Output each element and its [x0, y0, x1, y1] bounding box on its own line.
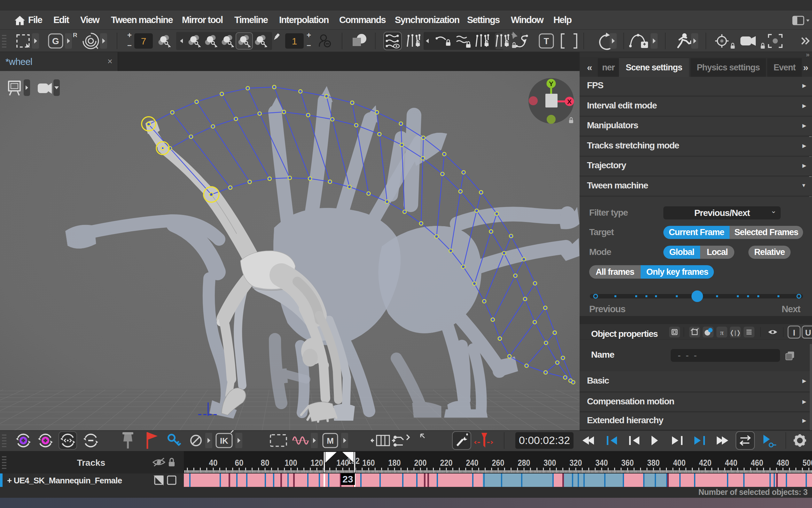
svg-text:❬|❭: ❬|❭: [729, 329, 742, 336]
svg-text:220: 220: [440, 458, 453, 468]
svg-text:340: 340: [595, 458, 608, 468]
svg-text:X: X: [567, 98, 572, 105]
svg-text:+: +: [127, 31, 132, 39]
svg-text:300: 300: [544, 458, 556, 468]
svg-text:80: 80: [261, 458, 270, 468]
svg-text:Y: Y: [549, 80, 554, 87]
svg-text:200: 200: [414, 458, 427, 468]
svg-text:60: 60: [235, 458, 244, 468]
svg-text:−: −: [127, 41, 132, 50]
svg-text:380: 380: [648, 458, 660, 468]
svg-text:T: T: [544, 37, 549, 46]
svg-text:320: 320: [570, 458, 582, 468]
svg-text:120: 120: [311, 458, 323, 468]
svg-text:23: 23: [342, 474, 353, 484]
svg-text:+ UE4_SK_Mannequin_Female: + UE4_SK_Mannequin_Female: [7, 476, 122, 485]
svg-text:260: 260: [492, 458, 505, 468]
svg-text:U: U: [805, 328, 811, 338]
svg-text:40: 40: [209, 458, 218, 468]
svg-text:−: −: [306, 41, 311, 50]
svg-text:7: 7: [141, 36, 146, 46]
svg-text:400: 400: [673, 458, 686, 468]
svg-text:500: 500: [803, 458, 812, 468]
svg-text:π: π: [720, 329, 723, 337]
svg-text:M: M: [327, 436, 334, 446]
svg-text:360: 360: [621, 458, 634, 468]
svg-text:+: +: [306, 31, 311, 39]
svg-text:100: 100: [285, 458, 297, 468]
svg-text:1: 1: [292, 36, 297, 46]
svg-text:420: 420: [699, 458, 712, 468]
svg-text:240: 240: [466, 458, 479, 468]
svg-text:I: I: [793, 328, 795, 338]
svg-text:480: 480: [777, 458, 789, 468]
svg-text:280: 280: [518, 458, 530, 468]
svg-text:0:00:02:32: 0:00:02:32: [519, 434, 570, 446]
svg-text:Tracks: Tracks: [77, 458, 105, 468]
svg-text:440: 440: [725, 458, 737, 468]
svg-text:R: R: [73, 32, 77, 38]
svg-text:180: 180: [388, 458, 401, 468]
svg-text:460: 460: [751, 458, 763, 468]
svg-text:IK: IK: [220, 436, 228, 446]
svg-text:G: G: [52, 36, 59, 46]
svg-text:160: 160: [363, 458, 375, 468]
